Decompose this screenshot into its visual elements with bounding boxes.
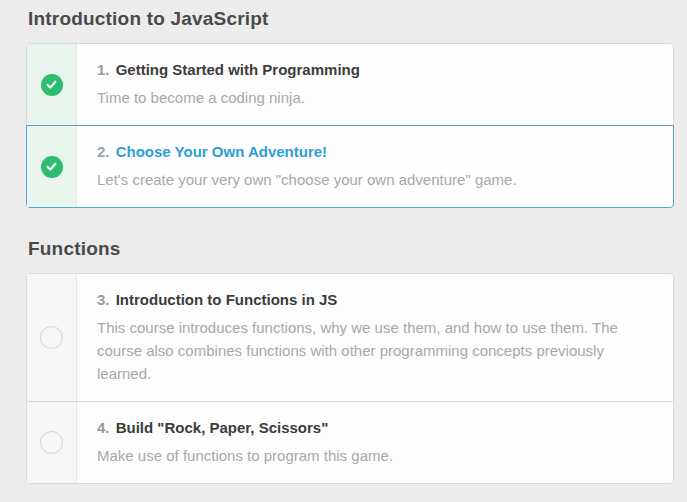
course-title-link[interactable]: Choose Your Own Adventure!: [116, 143, 327, 160]
course-info: 2. Choose Your Own Adventure! Let's crea…: [77, 126, 673, 207]
course-title-line: 1. Getting Started with Programming: [97, 59, 653, 80]
course-number: 3.: [97, 291, 110, 308]
course-description: Let's create your very own "choose your …: [97, 168, 653, 191]
completion-status[interactable]: [27, 44, 77, 125]
course-list-functions: 3. Introduction to Functions in JS This …: [26, 273, 674, 484]
course-list-intro-javascript: 1. Getting Started with Programming Time…: [26, 43, 674, 208]
completion-status[interactable]: [27, 126, 77, 207]
course-title-link[interactable]: Introduction to Functions in JS: [116, 291, 338, 308]
course-title-link[interactable]: Getting Started with Programming: [116, 61, 360, 78]
course-info: 3. Introduction to Functions in JS This …: [77, 274, 673, 401]
course-title-line: 3. Introduction to Functions in JS: [97, 289, 653, 310]
course-title-line: 4. Build "Rock, Paper, Scissors": [97, 417, 653, 438]
syllabus-page: Introduction to JavaScript 1. Getting St…: [0, 0, 687, 484]
course-title-link[interactable]: Build "Rock, Paper, Scissors": [116, 419, 329, 436]
course-info: 1. Getting Started with Programming Time…: [77, 44, 673, 125]
course-number: 1.: [97, 61, 110, 78]
course-row-choose-your-own-adventure[interactable]: 2. Choose Your Own Adventure! Let's crea…: [26, 125, 674, 208]
check-icon: [41, 156, 63, 178]
check-icon: [41, 74, 63, 96]
course-number: 2.: [97, 143, 110, 160]
course-description: Make use of functions to program this ga…: [97, 444, 653, 467]
radio-circle-icon: [40, 431, 63, 454]
course-description: Time to become a coding ninja.: [97, 86, 653, 109]
section-intro-javascript: Introduction to JavaScript 1. Getting St…: [26, 8, 674, 208]
section-heading-functions: Functions: [26, 238, 674, 260]
completion-status[interactable]: [27, 274, 77, 401]
course-number: 4.: [97, 419, 110, 436]
section-functions: Functions 3. Introduction to Functions i…: [26, 238, 674, 484]
course-description: This course introduces functions, why we…: [97, 316, 653, 385]
completion-status[interactable]: [27, 402, 77, 483]
section-heading-intro-javascript: Introduction to JavaScript: [26, 8, 674, 30]
course-title-line: 2. Choose Your Own Adventure!: [97, 141, 653, 162]
course-info: 4. Build "Rock, Paper, Scissors" Make us…: [77, 402, 673, 483]
course-row-rock-paper-scissors[interactable]: 4. Build "Rock, Paper, Scissors" Make us…: [26, 401, 674, 484]
course-row-intro-functions[interactable]: 3. Introduction to Functions in JS This …: [26, 273, 674, 402]
radio-circle-icon: [40, 326, 63, 349]
course-row-getting-started[interactable]: 1. Getting Started with Programming Time…: [26, 43, 674, 126]
